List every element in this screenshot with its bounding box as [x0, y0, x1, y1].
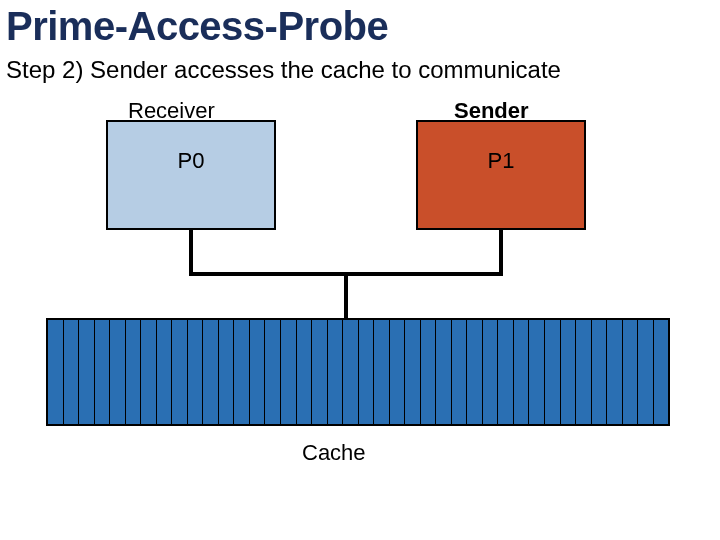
- cache-slot: [110, 320, 126, 424]
- cache-slot: [297, 320, 313, 424]
- cache-slot: [343, 320, 359, 424]
- cache-slot: [328, 320, 344, 424]
- cache-slot: [436, 320, 452, 424]
- cache-slot: [390, 320, 406, 424]
- cache-slot: [529, 320, 545, 424]
- cache-slot: [498, 320, 514, 424]
- cache-slot: [592, 320, 608, 424]
- cache-slot: [654, 320, 669, 424]
- processor-p0-label: P0: [178, 148, 205, 174]
- cache-slot: [452, 320, 468, 424]
- cache-slot: [405, 320, 421, 424]
- processor-p0: P0: [106, 120, 276, 230]
- cache-slot: [219, 320, 235, 424]
- cache-slot: [126, 320, 142, 424]
- connector-p1-down: [499, 230, 503, 274]
- cache-slot: [638, 320, 654, 424]
- cache-slot: [95, 320, 111, 424]
- cache-slot: [79, 320, 95, 424]
- cache-slot: [374, 320, 390, 424]
- processor-p1-label: P1: [488, 148, 515, 174]
- cache-slot: [64, 320, 80, 424]
- cache-slot: [312, 320, 328, 424]
- cache-slot: [141, 320, 157, 424]
- cache-slot: [576, 320, 592, 424]
- cache-slot: [172, 320, 188, 424]
- cache-slot: [607, 320, 623, 424]
- processor-p1: P1: [416, 120, 586, 230]
- cache-slot: [514, 320, 530, 424]
- cache-slot: [421, 320, 437, 424]
- cache-slot: [483, 320, 499, 424]
- cache-slot: [623, 320, 639, 424]
- cache-slot: [188, 320, 204, 424]
- cache-slot: [359, 320, 375, 424]
- cache-slot: [48, 320, 64, 424]
- cache-slot: [234, 320, 250, 424]
- cache-slot: [203, 320, 219, 424]
- cache-slot: [265, 320, 281, 424]
- cache-box: [46, 318, 670, 426]
- cache-slot: [561, 320, 577, 424]
- cache-slot: [467, 320, 483, 424]
- cache-slot: [281, 320, 297, 424]
- slide-subtitle: Step 2) Sender accesses the cache to com…: [6, 56, 561, 84]
- cache-label: Cache: [302, 440, 366, 466]
- cache-slot: [545, 320, 561, 424]
- cache-slot: [157, 320, 173, 424]
- connector-p0-down: [189, 230, 193, 274]
- slide-title: Prime-Access-Probe: [6, 4, 388, 49]
- connector-bus-to-cache: [344, 274, 348, 318]
- cache-slot: [250, 320, 266, 424]
